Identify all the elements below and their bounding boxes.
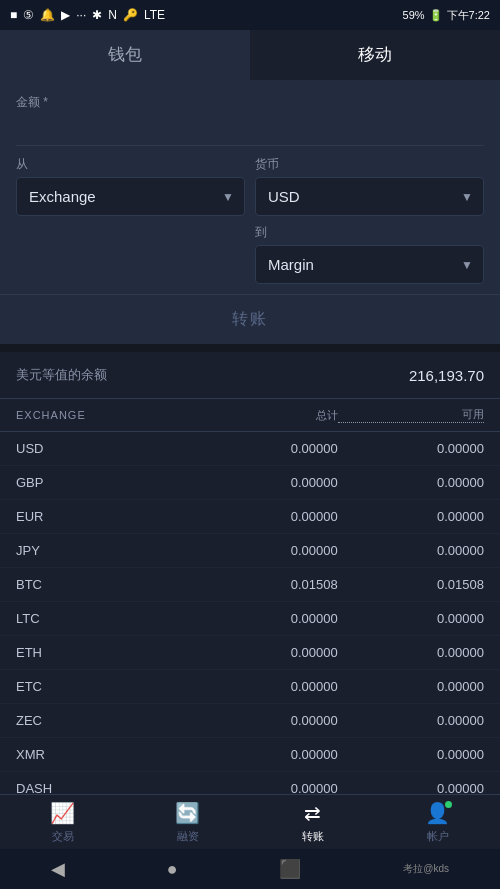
status-bar: ■ ⑤ 🔔 ▶ ··· ✱ N 🔑 LTE 59% 🔋 下午7:22 [0, 0, 500, 30]
row-total: 0.00000 [192, 645, 338, 660]
from-select[interactable]: Exchange ▼ [16, 177, 245, 216]
transfer-button[interactable]: 转账 [232, 309, 268, 330]
bottom-nav: 📈 交易 🔄 融资 ⇄ 转账 👤 帐户 [0, 794, 500, 849]
table-row: ETC0.000000.00000 [0, 670, 500, 704]
balance-value: 216,193.70 [409, 367, 484, 384]
to-arrow-icon: ▼ [461, 258, 473, 272]
transfer-icon: ⇄ [304, 801, 321, 825]
amount-label: 金额 * [16, 94, 484, 111]
currency-row: 从 Exchange ▼ 货币 USD ▼ 到 Margin ▼ [16, 146, 484, 284]
dots-icon: ··· [76, 8, 86, 22]
finance-icon: 🔄 [175, 801, 200, 825]
table-row: ETH0.000000.00000 [0, 636, 500, 670]
currency-label: 货币 [255, 156, 484, 173]
row-total: 0.00000 [192, 475, 338, 490]
amount-row: 金额 * [16, 80, 484, 146]
account-label: 帐户 [427, 829, 449, 844]
status-left-icons: ■ ⑤ 🔔 ▶ ··· ✱ N 🔑 LTE [10, 8, 165, 22]
currency-to-wrapper: 货币 USD ▼ 到 Margin ▼ [255, 156, 484, 284]
form-area: 金额 * 从 Exchange ▼ 货币 USD ▼ 到 [0, 80, 500, 294]
balance-area: 美元等值的余额 216,193.70 [0, 352, 500, 399]
to-select[interactable]: Margin ▼ [255, 245, 484, 284]
col-total: 总计 [192, 408, 338, 423]
home-button[interactable]: ● [167, 859, 178, 880]
recents-icon: ⬛ [279, 859, 301, 879]
row-total: 0.00000 [192, 679, 338, 694]
table-header: EXCHANGE 总计 可用 [0, 399, 500, 432]
back-button[interactable]: ◀ [51, 858, 65, 880]
row-total: 0.00000 [192, 747, 338, 762]
row-total: 0.00000 [192, 543, 338, 558]
nav-item-trade[interactable]: 📈 交易 [0, 801, 125, 844]
finance-label: 融资 [177, 829, 199, 844]
row-available: 0.00000 [338, 441, 484, 456]
table-row: LTC0.000000.00000 [0, 602, 500, 636]
table-row: USD0.000000.00000 [0, 432, 500, 466]
app-icon-1: ■ [10, 8, 17, 22]
tab-mobile[interactable]: 移动 [250, 30, 500, 80]
play-icon: ▶ [61, 8, 70, 22]
row-currency-name: XMR [16, 747, 192, 762]
key-icon: 🔑 [123, 8, 138, 22]
row-total: 0.00000 [192, 713, 338, 728]
nfc-icon: N [108, 8, 117, 22]
from-arrow-icon: ▼ [222, 190, 234, 204]
app-icon-2: ⑤ [23, 8, 34, 22]
row-available: 0.00000 [338, 611, 484, 626]
balance-label: 美元等值的余额 [16, 366, 107, 384]
bluetooth-icon: ✱ [92, 8, 102, 22]
tab-wallet[interactable]: 钱包 [0, 30, 250, 80]
row-currency-name: BTC [16, 577, 192, 592]
system-nav: ◀ ● ⬛ 考拉@kds [0, 849, 500, 889]
row-currency-name: JPY [16, 543, 192, 558]
battery-percent: 59% [403, 9, 425, 21]
row-currency-name: GBP [16, 475, 192, 490]
row-available: 0.00000 [338, 713, 484, 728]
top-tabs: 钱包 移动 [0, 30, 500, 80]
time-display: 下午7:22 [447, 8, 490, 23]
row-available: 0.00000 [338, 475, 484, 490]
row-total: 0.00000 [192, 509, 338, 524]
notification-icon: 🔔 [40, 8, 55, 22]
to-label: 到 [255, 224, 484, 241]
currency-arrow-icon: ▼ [461, 190, 473, 204]
transfer-btn-area: 转账 [0, 295, 500, 344]
table-rows: USD0.000000.00000GBP0.000000.00000EUR0.0… [0, 432, 500, 840]
account-icon-wrapper: 👤 [425, 801, 450, 825]
row-currency-name: LTC [16, 611, 192, 626]
trade-label: 交易 [52, 829, 74, 844]
row-available: 0.00000 [338, 645, 484, 660]
row-total: 0.01508 [192, 577, 338, 592]
row-currency-name: ETC [16, 679, 192, 694]
from-wrapper: 从 Exchange ▼ [16, 156, 245, 216]
status-right-info: 59% 🔋 下午7:22 [403, 8, 490, 23]
recents-button[interactable]: ⬛ [279, 858, 301, 880]
online-indicator [445, 801, 452, 808]
nav-item-account[interactable]: 👤 帐户 [375, 801, 500, 844]
row-currency-name: EUR [16, 509, 192, 524]
table-row: JPY0.000000.00000 [0, 534, 500, 568]
row-available: 0.00000 [338, 679, 484, 694]
from-label: 从 [16, 156, 245, 173]
row-total: 0.00000 [192, 441, 338, 456]
watermark-text: 考拉@kds [403, 862, 449, 876]
nav-item-finance[interactable]: 🔄 融资 [125, 801, 250, 844]
table-row: EUR0.000000.00000 [0, 500, 500, 534]
lte-icon: LTE [144, 8, 165, 22]
table-row: BTC0.015080.01508 [0, 568, 500, 602]
row-currency-name: ETH [16, 645, 192, 660]
nav-item-transfer[interactable]: ⇄ 转账 [250, 801, 375, 844]
currency-select[interactable]: USD ▼ [255, 177, 484, 216]
row-total: 0.00000 [192, 611, 338, 626]
row-available: 0.00000 [338, 747, 484, 762]
trade-icon: 📈 [50, 801, 75, 825]
table-row: ZEC0.000000.00000 [0, 704, 500, 738]
row-available: 0.01508 [338, 577, 484, 592]
col-available: 可用 [338, 407, 484, 423]
row-available: 0.00000 [338, 509, 484, 524]
amount-input[interactable] [16, 117, 484, 135]
row-currency-name: USD [16, 441, 192, 456]
section-divider [0, 344, 500, 352]
table-row: XMR0.000000.00000 [0, 738, 500, 772]
transfer-nav-label: 转账 [302, 829, 324, 844]
